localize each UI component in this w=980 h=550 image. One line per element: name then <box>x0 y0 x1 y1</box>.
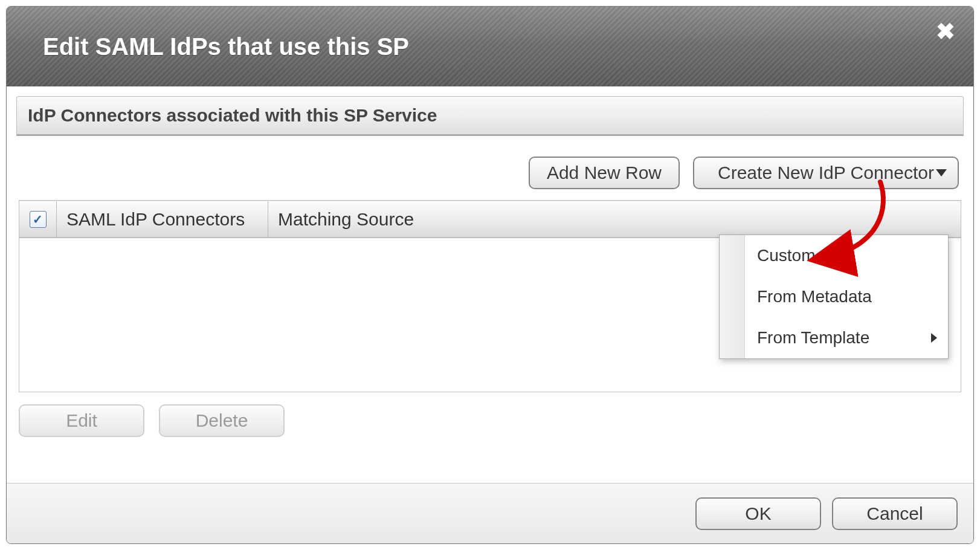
edit-button[interactable]: Edit <box>19 404 144 437</box>
dialog-body: IdP Connectors associated with this SP S… <box>7 86 973 483</box>
table-header-row: SAML IdP Connectors Matching Source <box>19 201 961 238</box>
chevron-right-icon <box>931 333 937 343</box>
delete-button[interactable]: Delete <box>159 404 285 437</box>
create-new-idp-connector-button[interactable]: Create New IdP Connector <box>693 157 959 189</box>
edit-button-label: Edit <box>66 410 97 431</box>
table: SAML IdP Connectors Matching Source Cust… <box>19 200 961 392</box>
lower-buttons: Edit Delete <box>16 392 964 451</box>
dialog-header: Edit SAML IdPs that use this SP ✖ <box>7 7 973 86</box>
column-header-connectors[interactable]: SAML IdP Connectors <box>57 201 268 238</box>
create-idp-connector-menu: Custom From Metadata From Template <box>719 235 949 359</box>
close-icon[interactable]: ✖ <box>936 20 955 43</box>
cancel-button[interactable]: Cancel <box>832 497 958 530</box>
dialog-footer: OK Cancel <box>7 483 973 543</box>
ok-button[interactable]: OK <box>695 497 821 530</box>
column-header-matching-source[interactable]: Matching Source <box>268 201 961 238</box>
add-new-row-button[interactable]: Add New Row <box>529 157 680 189</box>
menu-item-from-metadata[interactable]: From Metadata <box>745 276 948 317</box>
menu-gutter <box>720 235 745 358</box>
section-title: IdP Connectors associated with this SP S… <box>16 96 964 136</box>
ok-button-label: OK <box>745 503 771 524</box>
menu-item-custom[interactable]: Custom <box>745 235 948 276</box>
delete-button-label: Delete <box>196 410 248 431</box>
menu-item-custom-label: Custom <box>757 246 815 265</box>
dialog-title: Edit SAML IdPs that use this SP <box>43 33 409 60</box>
cancel-button-label: Cancel <box>866 503 923 524</box>
toolbar: Add New Row Create New IdP Connector <box>16 136 964 200</box>
select-all-header[interactable] <box>19 201 57 238</box>
dialog: Edit SAML IdPs that use this SP ✖ IdP Co… <box>6 6 974 544</box>
add-new-row-label: Add New Row <box>547 163 662 183</box>
checkbox-icon[interactable] <box>30 211 47 228</box>
create-new-idp-connector-label: Create New IdP Connector <box>718 163 934 183</box>
menu-item-from-metadata-label: From Metadata <box>757 287 872 306</box>
chevron-down-icon <box>936 169 947 176</box>
menu-item-from-template-label: From Template <box>757 328 869 348</box>
menu-item-from-template[interactable]: From Template <box>745 317 948 358</box>
